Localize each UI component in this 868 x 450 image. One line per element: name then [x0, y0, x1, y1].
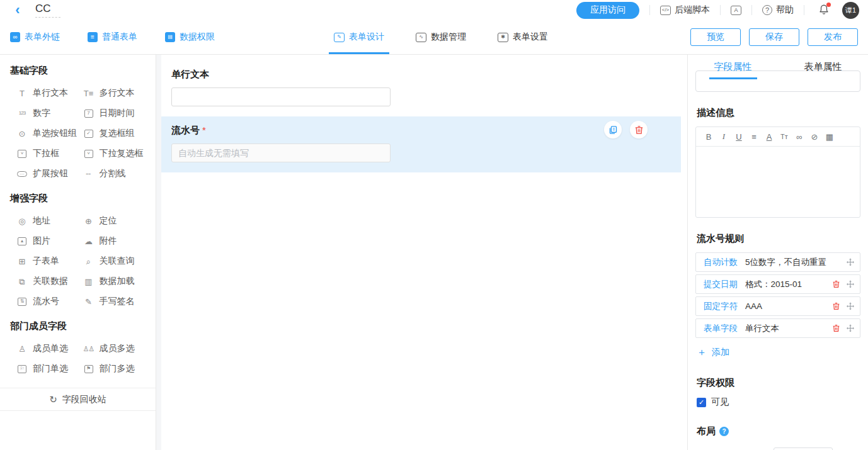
layout-help-icon[interactable]: ?: [719, 427, 729, 436]
linked-query-icon: ⌕: [83, 257, 94, 266]
drag-handle-icon[interactable]: [846, 258, 855, 267]
field-item-dropdown-multi[interactable]: ˅下拉复选框: [83, 143, 150, 164]
visible-checkbox-row[interactable]: ✓ 可见: [697, 397, 859, 408]
tab-field-properties[interactable]: 字段属性: [688, 55, 778, 79]
field-item-divider[interactable]: ╌分割线: [83, 164, 150, 184]
align-icon[interactable]: ≡: [746, 132, 762, 142]
basic-fields-grid: T单行文本 T≡多行文本 123数字 7日期时间 ⊙单选按钮组 ✓复选框组 ˅下…: [0, 83, 156, 184]
field-item-subform[interactable]: ⊞子表单: [16, 251, 83, 271]
underline-icon[interactable]: U: [731, 132, 746, 142]
field-item-extend-button[interactable]: ⋯扩展按钮: [16, 164, 83, 184]
field-label: 单行文本: [171, 69, 671, 81]
field-item-address[interactable]: ◎地址: [16, 211, 83, 231]
field-item-data-load[interactable]: ▥数据加载: [83, 271, 150, 291]
field-item-linked-query[interactable]: ⌕关联查询: [83, 251, 150, 271]
field-item-dept-single[interactable]: ⚐部门单选: [16, 359, 83, 379]
delete-rule-button[interactable]: [832, 324, 840, 332]
field-width-select[interactable]: 全部 ▼: [774, 447, 833, 450]
divider-icon: ╌: [83, 170, 94, 178]
rule-value: 5位数字，不自动重置: [745, 257, 846, 268]
field-item-locate[interactable]: ⊕定位: [83, 211, 150, 231]
form-settings-icon: ✱: [498, 33, 508, 42]
app-title[interactable]: CC: [35, 3, 60, 15]
notification-button[interactable]: [818, 4, 830, 17]
help-button[interactable]: ? 帮助: [762, 4, 794, 16]
field-item-member-multi[interactable]: ♙♙成员多选: [83, 339, 150, 359]
field-item-dept-multi[interactable]: ⚑部门多选: [83, 359, 150, 379]
form-canvas[interactable]: 单行文本 流水号*: [161, 55, 681, 450]
description-editor-body[interactable]: [696, 147, 860, 217]
field-item-single-text[interactable]: T单行文本: [16, 83, 83, 103]
app-access-button[interactable]: 应用访问: [576, 2, 639, 19]
field-item-checkbox-group[interactable]: ✓复选框组: [83, 123, 150, 143]
rule-row-auto-count[interactable]: 自动计数 5位数字，不自动重置: [695, 252, 860, 272]
delete-rule-button[interactable]: [832, 302, 840, 310]
insert-image-icon[interactable]: ▦: [822, 132, 837, 142]
field-item-number[interactable]: 123数字: [16, 103, 83, 123]
italic-icon[interactable]: I: [716, 132, 731, 142]
field-item-serial-number[interactable]: ⇅流水号: [16, 291, 83, 312]
field-item-signature[interactable]: ✎手写签名: [83, 291, 150, 312]
canvas-field-single-text[interactable]: 单行文本: [161, 60, 681, 116]
publish-button[interactable]: 发布: [808, 28, 858, 46]
form-designer-page: ‹ CC 应用访问 </> 后端脚本 A ? 帮助: [0, 0, 868, 450]
add-rule-button[interactable]: ＋ 添加: [697, 347, 859, 358]
rule-row-submit-date[interactable]: 提交日期 格式：2015-01: [695, 274, 860, 294]
external-link-button[interactable]: ∞ 表单外链: [10, 31, 60, 43]
member-multi-icon: ♙♙: [83, 346, 94, 352]
checkbox-checked-icon[interactable]: ✓: [697, 398, 706, 407]
drag-handle-icon[interactable]: [846, 280, 855, 289]
field-item-linked-data[interactable]: ⧉关联数据: [16, 271, 83, 291]
unlink-icon[interactable]: ⊘: [807, 132, 822, 142]
preview-button[interactable]: 预览: [690, 28, 741, 46]
save-button[interactable]: 保存: [749, 28, 799, 46]
link-icon[interactable]: ∞: [792, 132, 807, 142]
code-icon: </>: [660, 6, 671, 15]
data-load-icon: ▥: [83, 278, 94, 286]
data-permission-button[interactable]: ≣ 数据权限: [165, 31, 215, 43]
external-link-icon: ∞: [10, 32, 20, 42]
field-item-radio-group[interactable]: ⊙单选按钮组: [16, 123, 83, 143]
avatar[interactable]: 谭1: [842, 2, 859, 19]
field-item-attachment[interactable]: ☁附件: [83, 231, 150, 251]
field-item-multi-text[interactable]: T≡多行文本: [83, 83, 150, 103]
panel-scroll-area[interactable]: 描述信息 B I U ≡ A Tт ∞ ⊘ ▦ 流水号规则: [688, 70, 868, 450]
rule-type[interactable]: 表单字段: [704, 323, 738, 334]
canvas-field-serial-number[interactable]: 流水号*: [161, 116, 681, 172]
app-title-wrap[interactable]: CC: [35, 3, 60, 18]
delete-field-button[interactable]: [630, 121, 648, 138]
drag-handle-icon[interactable]: [846, 324, 855, 333]
rule-row-fixed-chars[interactable]: 固定字符 AAA: [695, 296, 860, 316]
field-recycle-bin[interactable]: ↻ 字段回收站: [0, 388, 156, 411]
back-button[interactable]: ‹: [9, 4, 26, 16]
font-size-icon[interactable]: Tт: [777, 133, 792, 140]
rule-row-form-field[interactable]: 表单字段 单行文本: [695, 318, 860, 338]
field-item-dropdown[interactable]: ˅下拉框: [16, 143, 83, 164]
bold-icon[interactable]: B: [701, 132, 716, 142]
backend-script-button[interactable]: </> 后端脚本: [660, 4, 710, 16]
drag-handle-icon[interactable]: [846, 302, 855, 311]
tab-form-settings[interactable]: ✱ 表单设置: [498, 20, 548, 54]
delete-rule-button[interactable]: [832, 280, 840, 288]
dropdown-multi-icon: ˅: [84, 150, 93, 158]
field-item-image[interactable]: ▴图片: [16, 231, 83, 251]
rule-type[interactable]: 自动计数: [704, 257, 738, 268]
member-fields-grid: ♙成员单选 ♙♙成员多选 ⚐部门单选 ⚑部门多选: [0, 339, 156, 379]
tab-data-manage[interactable]: ∿ 数据管理: [416, 20, 466, 54]
notification-badge: [826, 3, 831, 7]
tab-form-properties[interactable]: 表单属性: [778, 55, 868, 79]
font-color-icon[interactable]: A: [762, 132, 777, 142]
question-icon: ?: [762, 5, 772, 15]
rule-type[interactable]: 提交日期: [704, 279, 738, 290]
tab-form-design[interactable]: ✎ 表单设计: [334, 20, 384, 54]
plain-form-button[interactable]: ≡ 普通表单: [88, 31, 137, 43]
contacts-button[interactable]: A: [731, 6, 741, 15]
field-item-datetime[interactable]: 7日期时间: [83, 103, 150, 123]
field-item-member-single[interactable]: ♙成员单选: [16, 339, 83, 359]
number-icon: 123: [16, 111, 28, 116]
panel-tabs: 字段属性 表单属性: [688, 55, 868, 79]
copy-field-button[interactable]: [604, 121, 622, 138]
rule-type[interactable]: 固定字符: [704, 301, 738, 312]
section-title-members: 部门成员字段: [0, 320, 156, 332]
single-text-input[interactable]: [171, 87, 391, 106]
